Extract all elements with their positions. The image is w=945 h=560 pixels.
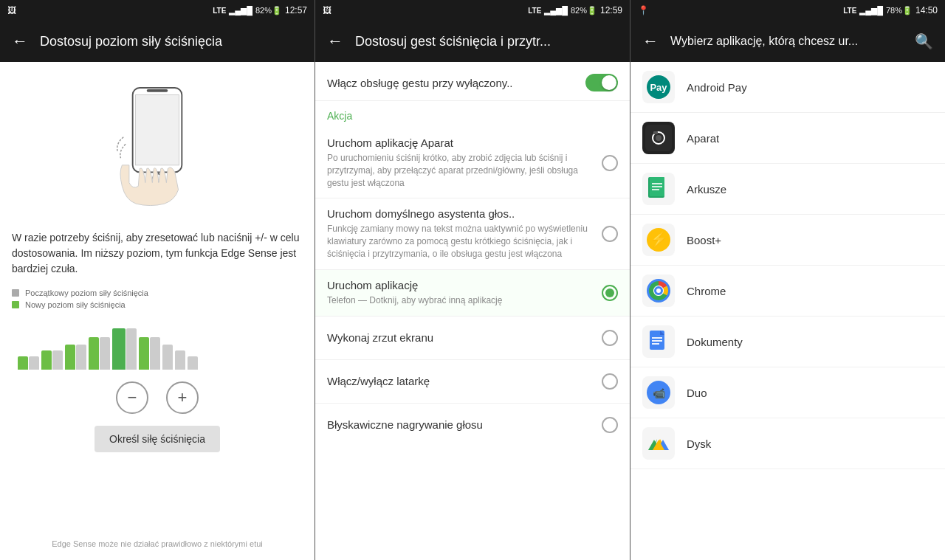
bar-4b — [100, 337, 110, 370]
option-assistant-desc: Funkcję zamiany mowy na tekst można uakt… — [327, 223, 593, 260]
option-screenshot-title: Wykonaj zrzut ekranu — [327, 331, 433, 344]
radio-app[interactable] — [602, 285, 618, 301]
svg-rect-14 — [652, 189, 659, 190]
option-camera-title: Uruchom aplikację Aparat — [327, 136, 593, 149]
app-icon-docs — [642, 325, 675, 358]
radio-camera[interactable] — [602, 155, 618, 171]
toggle-switch[interactable] — [585, 74, 618, 91]
app-item-docs[interactable]: Dokumenty — [630, 317, 945, 367]
battery-2: 82%🔋 — [571, 6, 597, 15]
toggle-label: Włącz obsługę gestu przy wyłączony.. — [327, 77, 585, 89]
bar-3a — [65, 345, 75, 370]
minus-button[interactable]: − — [116, 381, 148, 414]
legend-label-initial: Początkowy poziom siły ściśnięcia — [25, 288, 148, 297]
bar-2b — [52, 350, 63, 370]
signal-lte-1: LTE — [213, 7, 226, 15]
plus-button[interactable]: + — [166, 381, 199, 414]
app-item-android-pay[interactable]: Pay Android Pay — [630, 62, 945, 113]
plus-icon: + — [178, 388, 188, 407]
option-assistant[interactable]: Uruchom domyślnego asystenta głos.. Funk… — [315, 198, 630, 269]
notification-icon-2: 🖼 — [323, 5, 331, 15]
battery-3: 78%🔋 — [886, 6, 913, 15]
signal-bars-3: ▂▄▆█ — [859, 6, 883, 15]
panel1-header: ← Dostosuj poziom siły ściśnięcia — [0, 21, 315, 62]
bar-7 — [162, 345, 173, 370]
option-assistant-text: Uruchom domyślnego asystenta głos.. Funk… — [327, 207, 593, 260]
section-label: Akcja — [315, 101, 630, 128]
bar-5b — [126, 328, 137, 370]
app-icon-chrome — [642, 274, 675, 307]
bar-9 — [188, 356, 198, 370]
app-icon-android-pay: Pay — [642, 71, 675, 103]
option-app-title: Uruchom aplikację — [327, 279, 593, 291]
option-screenshot[interactable]: Wykonaj zrzut ekranu — [315, 317, 630, 360]
app-name-docs: Dokumenty — [687, 336, 743, 348]
bar-1a — [18, 356, 28, 370]
bar-5a — [112, 328, 126, 370]
option-app-text: Uruchom aplikację Telefon — Dotknij, aby… — [327, 279, 593, 307]
bar-chart — [12, 318, 303, 370]
option-camera-desc: Po uruchomieniu ściśnij krótko, aby zrob… — [327, 152, 593, 189]
battery-1: 82%🔋 — [255, 6, 282, 15]
radio-assistant[interactable] — [602, 226, 618, 242]
app-item-camera[interactable]: Aparat — [630, 113, 945, 164]
app-item-sheets[interactable]: Arkusze — [630, 164, 945, 215]
bar-8 — [175, 350, 185, 370]
app-icon-sheets — [642, 173, 675, 205]
bar-2a — [41, 350, 52, 370]
signal-bars-2: ▂▄▆█ — [544, 6, 568, 15]
option-app-desc: Telefon — Dotknij, aby wybrać inną aplik… — [327, 294, 593, 307]
panel1-content: W razie potrzeby ściśnij, aby zresetować… — [0, 62, 315, 560]
svg-text:⚡: ⚡ — [650, 230, 668, 248]
back-button-3[interactable]: ← — [642, 32, 659, 51]
calibrate-button[interactable]: Określ siłę ściśnięcia — [94, 426, 220, 452]
option-app[interactable]: Uruchom aplikację Telefon — Dotknij, aby… — [315, 270, 630, 317]
panel-gesture-settings: ← Dostosuj gest ściśnięcia i przytr... W… — [315, 21, 630, 560]
app-icon-boost: ⚡ — [642, 224, 675, 256]
svg-rect-23 — [652, 337, 662, 339]
back-button-2[interactable]: ← — [327, 32, 343, 51]
radio-audio[interactable] — [602, 417, 618, 433]
bar-1b — [29, 356, 39, 370]
svg-rect-1 — [135, 95, 179, 165]
option-assistant-title: Uruchom domyślnego asystenta głos.. — [327, 207, 593, 220]
time-2: 12:59 — [600, 5, 622, 15]
svg-point-21 — [656, 288, 661, 293]
signal-lte-2: LTE — [528, 7, 541, 15]
option-flashlight[interactable]: Włącz/wyłącz latarkę — [315, 360, 630, 404]
app-item-drive[interactable]: Dysk — [630, 418, 945, 469]
toggle-knob — [602, 75, 616, 90]
svg-rect-13 — [652, 186, 662, 187]
phone-illustration — [12, 74, 303, 221]
bar-6b — [150, 337, 160, 370]
app-list[interactable]: Pay Android Pay Aparat — [630, 62, 945, 560]
panel-squeeze-level: ← Dostosuj poziom siły ściśnięcia — [0, 21, 315, 560]
legend-dot-initial — [12, 289, 19, 297]
app-name-android-pay: Android Pay — [687, 81, 747, 94]
app-item-duo[interactable]: 📹 Duo — [630, 367, 945, 418]
app-name-camera: Aparat — [687, 132, 719, 145]
legend-initial: Początkowy poziom siły ściśnięcia — [12, 288, 303, 297]
app-icon-camera — [642, 122, 675, 154]
app-item-boost[interactable]: ⚡ Boost+ — [630, 215, 945, 266]
svg-rect-9 — [653, 131, 658, 134]
svg-rect-3 — [147, 89, 168, 92]
legend-dot-new — [12, 301, 19, 308]
panel2-header: ← Dostosuj gest ściśnięcia i przytr... — [315, 21, 630, 62]
option-camera-text: Uruchom aplikację Aparat Po uruchomieniu… — [327, 136, 593, 189]
radio-flashlight[interactable] — [602, 373, 618, 390]
option-camera[interactable]: Uruchom aplikację Aparat Po uruchomieniu… — [315, 128, 630, 198]
app-name-chrome: Chrome — [687, 285, 726, 297]
radio-screenshot[interactable] — [602, 330, 618, 346]
back-button-1[interactable]: ← — [12, 32, 28, 51]
app-item-chrome[interactable]: Chrome — [630, 266, 945, 317]
legend-label-new: Nowy poziom siły ściśnięcia — [25, 300, 126, 309]
toggle-row: Włącz obsługę gestu przy wyłączony.. — [315, 62, 630, 101]
panel2-scroll[interactable]: Włącz obsługę gestu przy wyłączony.. Akc… — [315, 62, 630, 560]
app-icon-drive — [642, 427, 675, 460]
panel2-title: Dostosuj gest ściśnięcia i przytr... — [355, 34, 618, 49]
legend-new: Nowy poziom siły ściśnięcia — [12, 300, 303, 309]
search-icon[interactable]: 🔍 — [915, 32, 933, 50]
option-audio[interactable]: Błyskawiczne nagrywanie głosu — [315, 404, 630, 446]
app-name-duo: Duo — [687, 387, 707, 399]
